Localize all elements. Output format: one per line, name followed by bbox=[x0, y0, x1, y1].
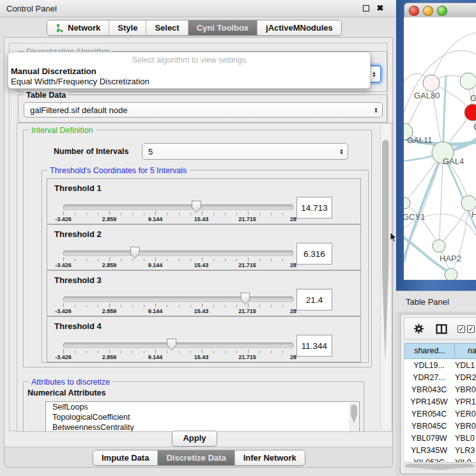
threshold-2-panel: Threshold 2 -3.426 2.859 9.144 15.4 bbox=[47, 224, 361, 270]
checkbox-icon[interactable]: ✓ bbox=[457, 325, 465, 333]
minimize-traffic-light[interactable] bbox=[423, 6, 433, 16]
table-cell[interactable]: YIL0 bbox=[455, 457, 476, 462]
threshold-1-value-input[interactable] bbox=[296, 197, 332, 219]
slider-track[interactable] bbox=[63, 204, 293, 210]
table-cell[interactable]: YLR3 bbox=[455, 445, 476, 457]
node-bottom[interactable] bbox=[445, 268, 457, 280]
node-right-mid[interactable] bbox=[461, 196, 476, 211]
table-cell[interactable]: YPR145W bbox=[404, 396, 454, 408]
slider-track[interactable] bbox=[63, 250, 293, 256]
column-header-shared[interactable]: shared... bbox=[404, 343, 455, 359]
table-cell[interactable]: YBR043C bbox=[404, 384, 454, 396]
combo-stepper-icon: ▲▼ bbox=[374, 107, 378, 113]
node-gcy1[interactable] bbox=[404, 197, 410, 209]
table-data-combobox[interactable]: galFiltered.sif default node ▲▼ bbox=[24, 102, 383, 118]
discretize-form: Discretization Algorithm ▲▼ Table Data g… bbox=[9, 43, 388, 431]
close-traffic-light[interactable] bbox=[409, 6, 419, 16]
list-item[interactable]: SelfLoops bbox=[46, 402, 359, 412]
slider-track[interactable] bbox=[63, 296, 293, 302]
network-canvas[interactable]: GAL80 GA C GAL11 GAL4 GCY1 H HAP2 bbox=[404, 17, 476, 280]
algorithm-option-equal-width[interactable]: Equal Width/Frequency Discretization bbox=[10, 77, 368, 86]
table-cell[interactable]: YBR0 bbox=[455, 384, 476, 396]
network-window-titlebar[interactable] bbox=[404, 3, 476, 19]
slider-track[interactable] bbox=[63, 342, 293, 348]
list-scrollbar-thumb[interactable] bbox=[351, 404, 357, 424]
table-data-group: Table Data galFiltered.sif default node … bbox=[18, 95, 387, 123]
apply-button[interactable]: Apply bbox=[172, 431, 217, 447]
list-scrollbar[interactable] bbox=[349, 403, 358, 432]
node-hap2[interactable] bbox=[433, 240, 445, 252]
thresholds-group-title: Threshold's Coordinates for 5 Intervals bbox=[47, 166, 189, 175]
checkbox-icon[interactable]: ✓ bbox=[467, 325, 475, 333]
threshold-2-slider[interactable]: -3.426 2.859 9.144 15.43 21.715 28 bbox=[63, 246, 293, 268]
threshold-2-value-input[interactable] bbox=[296, 243, 332, 265]
number-of-intervals-combobox[interactable]: 5 ▲▼ bbox=[142, 143, 348, 160]
tab-cyni-toolbox[interactable]: Cyni Toolbox bbox=[188, 20, 257, 35]
split-columns-icon[interactable] bbox=[436, 324, 447, 334]
table-cell[interactable]: YBR0 bbox=[455, 420, 476, 433]
table-scrollbar-thumb[interactable] bbox=[405, 464, 474, 470]
slider-minor-ticks bbox=[63, 259, 294, 261]
mouse-cursor bbox=[390, 233, 397, 243]
tab-jactivemnodules[interactable]: jActiveMNodules bbox=[257, 20, 341, 35]
table-cell[interactable]: YBL0 bbox=[455, 433, 476, 445]
table-cell[interactable]: YDR27... bbox=[404, 372, 454, 384]
tick-label: 21.715 bbox=[238, 216, 256, 222]
list-item[interactable]: TopologicalCoefficient bbox=[46, 412, 359, 422]
algorithm-placeholder-option[interactable]: Select algorithm to view settings bbox=[8, 56, 370, 65]
tick-label: 2.859 bbox=[102, 308, 117, 314]
table-cell[interactable]: YER054C bbox=[404, 408, 454, 420]
table-data-group-title: Table Data bbox=[24, 91, 68, 100]
number-of-intervals-value: 5 bbox=[148, 147, 153, 157]
gear-icon[interactable] bbox=[413, 323, 424, 334]
slider-minor-ticks bbox=[63, 351, 294, 353]
column-header-name[interactable]: na bbox=[454, 343, 476, 359]
tab-style[interactable]: Style bbox=[109, 20, 146, 35]
table-cell[interactable]: YER0 bbox=[455, 408, 476, 420]
table-cell[interactable]: YPR1 bbox=[455, 396, 476, 408]
screen: Control Panel ✖ Network Style Select Cyn… bbox=[0, 0, 476, 476]
table-cell[interactable]: YDR2 bbox=[455, 372, 476, 384]
threshold-1-slider[interactable]: -3.426 2.859 9.144 15.43 21.715 28 bbox=[63, 200, 293, 222]
tab-jactivemnodules-label: jActiveMNodules bbox=[266, 23, 333, 33]
algorithm-option-manual[interactable]: Manual Discretization bbox=[10, 66, 368, 76]
threshold-4-panel: Threshold 4 -3.426 2.859 9.144 15.4 bbox=[47, 316, 361, 362]
network-nodes[interactable] bbox=[404, 73, 476, 280]
table-cell[interactable]: YDL1 bbox=[455, 360, 476, 372]
tab-select[interactable]: Select bbox=[146, 20, 187, 35]
tick-label: 15.43 bbox=[194, 262, 209, 268]
tick-label: 9.144 bbox=[148, 216, 163, 222]
tick-label: 9.144 bbox=[148, 308, 163, 314]
tab-impute-data[interactable]: Impute Data bbox=[93, 450, 157, 465]
threshold-4-value-input[interactable] bbox=[296, 335, 332, 357]
tick-label: -3.426 bbox=[55, 262, 72, 268]
tick-label: 28 bbox=[290, 308, 296, 314]
node-gal80[interactable] bbox=[423, 75, 440, 91]
zoom-traffic-light[interactable] bbox=[437, 6, 447, 16]
control-panel-title: Control Panel bbox=[6, 4, 57, 13]
threshold-3-slider[interactable]: -3.426 2.859 9.144 15.43 21.715 28 bbox=[63, 292, 293, 314]
node-label-gal80: GAL80 bbox=[414, 91, 440, 100]
threshold-4-slider[interactable]: -3.426 2.859 9.144 15.43 21.715 28 bbox=[63, 338, 293, 360]
table-cell[interactable]: YBR045C bbox=[404, 420, 454, 433]
settings-scrollbar-thumb[interactable] bbox=[382, 140, 389, 362]
node-top-right[interactable] bbox=[460, 73, 476, 89]
settings-scrollbar[interactable] bbox=[380, 125, 390, 429]
tab-impute-data-label: Impute Data bbox=[102, 453, 149, 463]
node-selected-red[interactable] bbox=[464, 104, 476, 121]
table-cell[interactable]: YBL079W bbox=[404, 433, 454, 445]
node-label-gcy1: GCY1 bbox=[404, 212, 425, 222]
close-panel-button[interactable]: ✖ bbox=[376, 4, 385, 13]
table-cell[interactable]: YLR345W bbox=[404, 445, 454, 457]
table-horizontal-scrollbar[interactable] bbox=[404, 462, 476, 471]
threshold-3-value-input[interactable] bbox=[296, 289, 332, 311]
tab-discretize-data[interactable]: Discretize Data bbox=[157, 450, 234, 465]
table-cell[interactable]: YDL19... bbox=[404, 360, 454, 372]
top-tab-strip: Network Style Select Cyni Toolbox jActiv… bbox=[47, 20, 342, 36]
tab-infer-network[interactable]: Infer Network bbox=[234, 450, 305, 465]
network-node-labels: GAL80 GA C GAL11 GAL4 GCY1 H HAP2 bbox=[404, 91, 476, 263]
table-cell[interactable]: YIL052C bbox=[404, 457, 454, 462]
tick-label: 2.859 bbox=[102, 262, 117, 268]
float-window-button[interactable] bbox=[362, 4, 371, 13]
tab-network[interactable]: Network bbox=[47, 20, 109, 35]
